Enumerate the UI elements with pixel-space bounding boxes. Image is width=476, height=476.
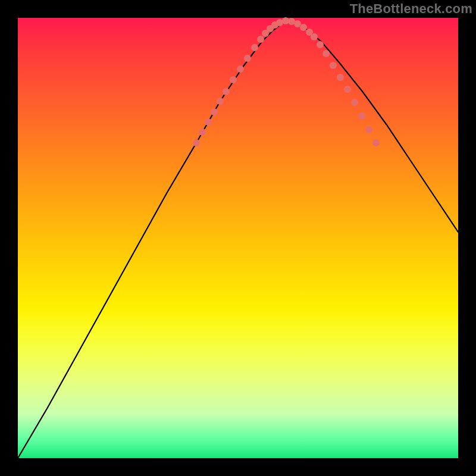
highlight-dot [351,99,358,106]
highlight-dot [237,65,244,73]
highlight-dot [230,76,237,83]
highlight-dot [300,24,307,31]
highlight-dot [205,118,212,126]
highlight-dot [311,33,318,40]
chart-frame: TheBottleneck.com [0,0,476,476]
highlight-dot [294,20,301,27]
highlight-dot [330,62,337,69]
highlight-dot [193,139,200,146]
highlight-dot [199,129,206,136]
curve-layer [18,21,458,458]
highlight-dot [344,86,351,93]
highlight-dot [217,98,224,105]
highlight-dot [372,139,380,146]
highlight-dot [317,41,324,48]
highlight-dot [358,112,365,120]
curve-svg [18,18,458,458]
highlight-dot [257,36,264,43]
highlight-dot [211,108,218,115]
highlight-dot [251,44,258,51]
highlight-dot [244,55,251,62]
plot-area [18,18,458,458]
watermark-text: TheBottleneck.com [350,1,472,17]
highlight-dot [337,74,344,81]
highlight-dot [322,50,330,57]
marker-layer [193,17,380,146]
curve-left [18,21,286,458]
curve-right [286,21,458,232]
highlight-dot [365,126,372,133]
highlight-dot [223,88,230,95]
